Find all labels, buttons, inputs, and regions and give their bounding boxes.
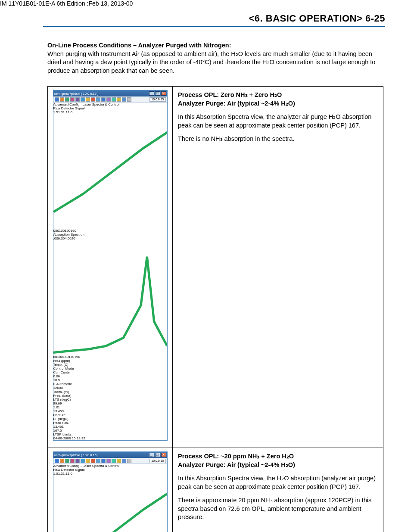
page-header: <6. BASIC OPERATION> 6-25	[43, 13, 385, 27]
toolbar-icon[interactable]	[75, 459, 80, 463]
toolbar-icon[interactable]	[127, 459, 131, 463]
window-title: oem-gmav7pli5skl ( 10.0.0.15 )	[54, 92, 99, 96]
minimize-button[interactable]: _	[149, 91, 154, 96]
toolbar-icon[interactable]	[91, 97, 95, 102]
desc-para-2: There is approximate 20 ppm NH₃ absorpti…	[178, 496, 378, 522]
desc-heading-1: Process OPL: Zero NH₃ + Zero H₂O	[178, 91, 378, 100]
toolbar-icon[interactable]	[81, 97, 85, 102]
toolbar-icon[interactable]	[101, 459, 106, 463]
toolbar-icon[interactable]	[96, 97, 100, 102]
toolbar-icon[interactable]	[60, 459, 64, 463]
chart-plot: 1.51.31.11.0 050100150190	[53, 472, 167, 532]
app-window: oem-gmav7pli5skl ( 10.0.0.15 ) _ □ ✕ 10.…	[53, 451, 168, 532]
app-window: oem-gmav7pli5skl ( 10.0.0.15 ) _ □ ✕ 10.…	[53, 90, 168, 441]
page-footer: IM 11Y01B01-01E-A 6th Edition :Feb 13, 2…	[0, 0, 411, 7]
label-pres: Pres. (bara)	[53, 394, 167, 398]
toolbar-icon[interactable]	[70, 97, 75, 102]
label-peak: Peak Pos.	[53, 421, 167, 425]
desc-para-2: There is no NH₃ absorption in the spectr…	[178, 135, 378, 143]
value-lts: 13.453	[53, 409, 167, 413]
arrow-icon: ››	[53, 382, 56, 386]
maximize-button[interactable]: □	[155, 91, 160, 96]
minimize-button[interactable]: _	[149, 453, 154, 457]
value-lt: 13.451	[53, 425, 167, 429]
page-header-title: <6. BASIC OPERATION> 6-25	[249, 13, 385, 24]
description-cell: Process OPL: Zero NH₃ + Zero H₂O Analyze…	[173, 87, 383, 448]
desc-heading-2: Analyzer Purge: Air (typical ~2-4% H₂O)	[178, 100, 378, 108]
value-temp: 18.9	[53, 378, 167, 382]
label-temp: Temp. (C)	[53, 363, 167, 367]
toolbar: 10.0.0.15	[53, 458, 167, 464]
intro-heading: On-Line Process Conditions – Analyzer Pu…	[47, 42, 231, 49]
examples-table: oem-gmav7pli5skl ( 10.0.0.15 ) _ □ ✕ 10.…	[47, 86, 383, 532]
readouts-grid: NH3 (ppm) Temp. (C) Control Mode Cur. Ce…	[53, 359, 167, 440]
toolbar-icon[interactable]	[122, 459, 126, 463]
toolbar-icon[interactable]	[86, 97, 90, 102]
toolbar-icon[interactable]	[75, 97, 80, 102]
toolbar-icon[interactable]	[86, 459, 90, 463]
toolbar-icon[interactable]	[101, 97, 106, 102]
ip-address-box[interactable]: 10.0.0.15	[149, 97, 165, 102]
desc-heading-2: Analyzer Purge: Air (typical ~2-4% H₂O)	[178, 461, 378, 470]
toolbar-icon[interactable]	[106, 97, 111, 102]
toolbar-icon[interactable]	[96, 459, 100, 463]
close-button[interactable]: ✕	[161, 91, 166, 96]
chart-label: Raw Detector Signal	[53, 106, 167, 110]
chart-label: Raw Detector Signal	[53, 468, 167, 472]
capture-button[interactable]: Capture	[53, 413, 167, 417]
ip-address-box[interactable]: 10.0.0.15	[149, 459, 165, 463]
titlebar: oem-gmav7pli5skl ( 10.0.0.15 ) _ □ ✕	[53, 452, 167, 458]
window-subtitle: Advanced Config - Laser Spectra & Contro…	[53, 464, 167, 468]
footer-text: IM 11Y01B01-01E-A 6th Edition :Feb 13, 2…	[0, 0, 133, 7]
maximize-button[interactable]: □	[155, 453, 160, 457]
table-row: oem-gmav7pli5skl ( 10.0.0.15 ) _ □ ✕ 10.…	[48, 448, 383, 532]
description-cell: Process OPL: ~20 ppm NH₃ + Zero H₂O Anal…	[173, 448, 383, 532]
label-lt: LT (degC)	[53, 417, 167, 421]
toolbar-icon[interactable]	[55, 459, 59, 463]
chart-plot: 1.51.31.11.0 050100150190	[53, 110, 167, 233]
absorption-spectrum-chart: Absorption Spectrum .006.004.0020 601001…	[53, 233, 167, 359]
value-mode[interactable]: Automatic	[56, 382, 167, 386]
label-center: Cur. Center	[53, 370, 167, 374]
table-row: oem-gmav7pli5skl ( 10.0.0.15 ) _ □ ✕ 10.…	[48, 87, 383, 448]
toolbar-icon[interactable]	[112, 97, 116, 102]
value-center: 12000	[53, 386, 167, 390]
toolbar-icon[interactable]	[65, 97, 69, 102]
screenshot-cell: oem-gmav7pli5skl ( 10.0.0.15 ) _ □ ✕ 10.…	[48, 87, 173, 448]
desc-heading-1: Process OPL: ~20 ppm NH₃ + Zero H₂O	[178, 452, 378, 461]
toolbar-icon[interactable]	[112, 459, 116, 463]
toolbar-icon[interactable]	[70, 459, 75, 463]
toolbar-icons	[55, 459, 131, 463]
toolbar-icon[interactable]	[106, 459, 111, 463]
toolbar-icon[interactable]	[127, 97, 131, 102]
label-lts: LTS (degC)	[53, 398, 167, 401]
toolbar-icon[interactable]	[55, 97, 59, 102]
label-mode: Control Mode	[53, 367, 167, 370]
toolbar-icon[interactable]	[117, 97, 121, 102]
screenshot-cell: oem-gmav7pli5skl ( 10.0.0.15 ) _ □ ✕ 10.…	[48, 448, 173, 532]
value-pres: 1.01	[53, 405, 167, 409]
intro-block: On-Line Process Conditions – Analyzer Pu…	[47, 41, 385, 75]
timestamp-text: 04-08-2008 15:18:32	[53, 436, 167, 440]
close-button[interactable]: ✕	[161, 453, 166, 457]
toolbar: 10.0.0.15	[53, 96, 167, 103]
intro-body: When purging with Instrument Air (as opp…	[47, 50, 375, 74]
toolbar-icon[interactable]	[60, 97, 64, 102]
titlebar: oem-gmav7pli5skl ( 10.0.0.15 ) _ □ ✕	[53, 90, 167, 96]
label-nh3: NH3 (ppm)	[53, 359, 167, 363]
chart-plot: .006.004.0020 60100140170190	[53, 236, 167, 359]
desc-para-1: In this Absorption Spectra view, the H₂O…	[178, 474, 378, 491]
toolbar-icons	[55, 97, 131, 102]
desc-para-1: In this Absorption Spectra view, the ana…	[178, 113, 378, 130]
toolbar-icon[interactable]	[81, 459, 85, 463]
toolbar-icon[interactable]	[91, 459, 95, 463]
window-title: oem-gmav7pli5skl ( 10.0.0.15 )	[54, 453, 99, 457]
toolbar-icon[interactable]	[122, 97, 126, 102]
ltsp-limits-button[interactable]: LTSP Limits	[53, 432, 167, 436]
raw-detector-chart: Raw Detector Signal 1.51.31.11.0 0501001…	[53, 468, 167, 532]
value-trans: 89.69	[53, 401, 167, 405]
chart-label: Absorption Spectrum	[53, 233, 167, 236]
window-subtitle: Advanced Config - Laser Spectra & Contro…	[53, 103, 167, 106]
toolbar-icon[interactable]	[65, 459, 69, 463]
toolbar-icon[interactable]	[117, 459, 121, 463]
